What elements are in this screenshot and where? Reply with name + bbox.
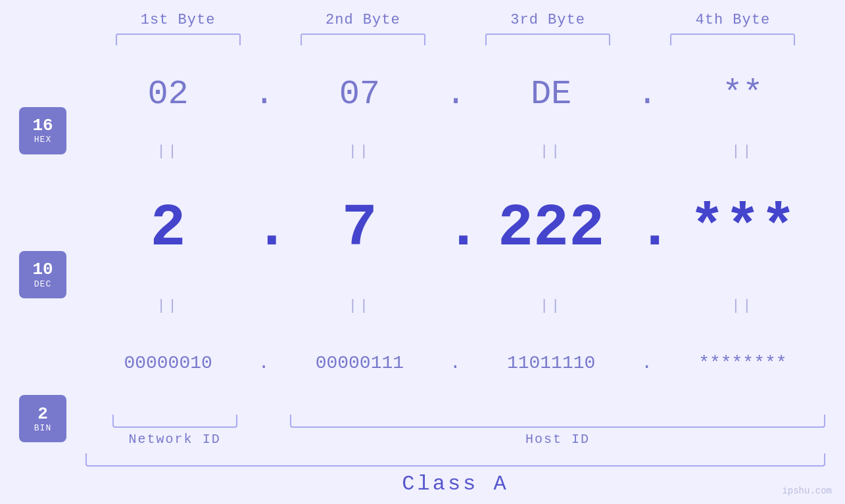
hex-cell1: 02 <box>85 75 251 114</box>
eq1-sym3: || <box>540 143 562 160</box>
hex-value2: 07 <box>339 75 380 114</box>
eq1-sep3 <box>634 143 660 160</box>
eq2-sym4: || <box>731 298 754 314</box>
hex-badge-label: HEX <box>34 135 51 145</box>
bracket-sep1 <box>264 415 290 428</box>
class-bracket-line <box>85 453 825 467</box>
bin-cell3: 11011110 <box>469 353 634 373</box>
bin-value3: 11011110 <box>507 353 595 373</box>
dec-sep3: . <box>634 195 660 262</box>
hex-value1: 02 <box>147 75 188 114</box>
hex-sep2: . <box>443 75 469 114</box>
class-label-container: Class A <box>85 472 825 496</box>
network-bracket <box>112 415 237 428</box>
bin-sep1: . <box>251 353 277 373</box>
data-rows: 02 . 07 . DE . <box>85 45 845 504</box>
dec-badge: 10 DEC <box>19 251 66 298</box>
dec-sep1: . <box>251 195 277 262</box>
class-label: Class A <box>402 472 508 496</box>
bracket4-container <box>640 34 825 45</box>
bin-badge-number: 2 <box>37 405 48 424</box>
eq2-sep1 <box>251 298 277 314</box>
bin-value4: ******** <box>698 353 786 373</box>
bottom-brackets-row <box>85 415 825 428</box>
eq2-sym1: || <box>157 298 179 314</box>
bracket3-container <box>456 34 640 45</box>
bracket3 <box>485 34 610 45</box>
equals-row-2: || || || || <box>85 298 825 314</box>
bin-cell1: 00000010 <box>85 353 251 373</box>
hex-sep1: . <box>251 75 277 114</box>
bin-badge-label: BIN <box>34 423 51 433</box>
body-area: 16 HEX 10 DEC 2 BIN 02 . <box>0 45 845 504</box>
network-id-label-container: Network ID <box>85 432 264 447</box>
bin-value1: 00000010 <box>124 353 212 373</box>
byte2-header: 2nd Byte <box>270 12 455 28</box>
bin-dot1: . <box>254 353 274 373</box>
dec-dot1: . <box>254 195 274 262</box>
hex-dot2: . <box>446 75 466 114</box>
bracket1 <box>116 34 241 45</box>
dec-value4: *** <box>689 195 796 262</box>
hex-sep3: . <box>634 75 660 114</box>
bin-data-row: 00000010 . 00000111 . 11011110 <box>85 314 825 412</box>
main-container: 1st Byte 2nd Byte 3rd Byte 4th Byte 16 H… <box>0 0 845 504</box>
bracket2-container <box>270 34 455 45</box>
byte4-header: 4th Byte <box>640 12 825 28</box>
dec-dot3: . <box>637 195 657 262</box>
bracket1-container <box>85 34 270 45</box>
byte3-header: 3rd Byte <box>456 12 640 28</box>
host-bracket <box>290 415 825 428</box>
byte-headers: 1st Byte 2nd Byte 3rd Byte 4th Byte <box>0 0 845 28</box>
dec-data-row: 2 . 7 . 222 . <box>85 160 825 297</box>
eq2-cell4: || <box>660 298 825 314</box>
hex-cell4: ** <box>660 75 825 114</box>
hex-badge-number: 16 <box>32 116 53 135</box>
eq2-sym3: || <box>540 298 562 314</box>
byte1-header: 1st Byte <box>85 12 270 28</box>
equals-row-1: || || || || <box>85 143 825 160</box>
bin-cell4: ******** <box>660 353 825 373</box>
dec-value3: 222 <box>498 195 604 262</box>
bin-sep2: . <box>443 353 469 373</box>
network-id-label: Network ID <box>129 432 221 447</box>
host-bracket-container <box>290 415 825 428</box>
host-id-label: Host ID <box>525 432 590 447</box>
bracket2 <box>301 34 425 45</box>
hex-cell2: 07 <box>277 75 442 114</box>
dec-cell4: *** <box>660 195 825 262</box>
dec-sep2: . <box>443 195 469 262</box>
dec-cell2: 7 <box>277 195 442 262</box>
label-sep <box>264 432 290 447</box>
hex-cell3: DE <box>469 75 634 114</box>
dec-row-inner: 2 . 7 . 222 . <box>85 195 825 262</box>
hex-badge: 16 HEX <box>19 107 66 154</box>
eq1-sym2: || <box>349 143 371 160</box>
badges-column: 16 HEX 10 DEC 2 BIN <box>0 45 85 504</box>
top-brackets <box>0 34 845 45</box>
hex-value4: ** <box>722 75 763 114</box>
watermark: ipshu.com <box>782 486 832 496</box>
bin-dot2: . <box>446 353 466 373</box>
eq1-sym4: || <box>731 143 754 160</box>
bracket4 <box>670 34 795 45</box>
bin-dot3: . <box>637 353 657 373</box>
hex-dot3: . <box>637 75 657 114</box>
dec-badge-number: 10 <box>32 260 53 279</box>
eq2-cell1: || <box>85 298 251 314</box>
id-labels-row: Network ID Host ID <box>85 432 825 447</box>
bin-cell2: 00000111 <box>277 353 442 373</box>
bin-row-inner: 00000010 . 00000111 . 11011110 <box>85 353 825 373</box>
eq1-cell4: || <box>660 143 825 160</box>
bin-sep3: . <box>634 353 660 373</box>
eq1-cell2: || <box>277 143 442 160</box>
dec-cell1: 2 <box>85 195 251 262</box>
hex-data-row: 02 . 07 . DE . <box>85 45 825 143</box>
eq2-sep2 <box>443 298 469 314</box>
hex-dot1: . <box>254 75 274 114</box>
bin-badge: 2 BIN <box>19 395 66 442</box>
dec-value1: 2 <box>151 195 186 262</box>
hex-row-inner: 02 . 07 . DE . <box>85 75 825 114</box>
eq2-cell3: || <box>469 298 634 314</box>
host-id-label-container: Host ID <box>290 432 825 447</box>
